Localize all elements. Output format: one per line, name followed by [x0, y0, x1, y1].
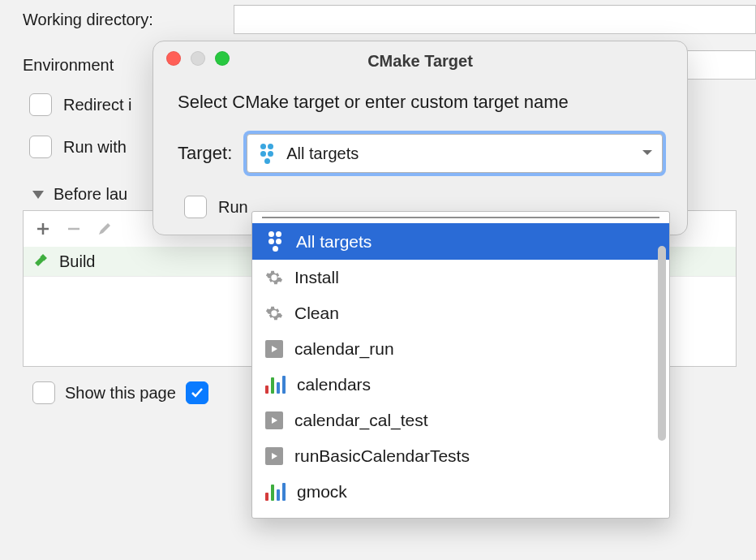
dropdown-item-label: calendar_cal_test	[294, 411, 428, 430]
titlebar: CMake Target	[153, 41, 687, 74]
minimize-icon[interactable]	[191, 51, 205, 66]
dropdown-item-label: Install	[294, 268, 339, 287]
dropdown-search-underline	[262, 217, 659, 218]
dropdown-item[interactable]: All targets	[252, 223, 669, 260]
dialog-prompt: Select CMake target or enter custom targ…	[178, 92, 663, 113]
edit-button[interactable]	[93, 218, 116, 240]
dropdown-item[interactable]: calendar_run	[252, 331, 669, 367]
target-label: Target:	[178, 143, 232, 164]
chevron-down-icon	[32, 191, 44, 199]
scrollbar[interactable]	[658, 246, 666, 441]
remove-button[interactable]	[62, 218, 85, 240]
all-targets-icon	[257, 144, 277, 164]
dialog-title: CMake Target	[153, 45, 687, 71]
dropdown-item-label: gmock	[297, 482, 347, 502]
chevron-down-icon	[641, 144, 654, 163]
dropdown-item[interactable]: Install	[252, 260, 669, 295]
working-directory-input[interactable]	[234, 5, 756, 34]
library-icon	[265, 376, 286, 394]
dropdown-item-label: runBasicCalendarTests	[294, 446, 470, 466]
dropdown-item-label: All targets	[296, 232, 372, 252]
target-value: All targets	[286, 144, 359, 163]
redirect-checkbox[interactable]	[29, 93, 52, 116]
before-launch-title: Before lau	[54, 185, 127, 204]
dropdown-item-label: calendar_run	[294, 339, 394, 359]
hammer-icon	[32, 252, 51, 271]
zoom-icon[interactable]	[215, 51, 230, 66]
show-page-checkbox[interactable]	[32, 381, 55, 404]
dropdown-item[interactable]: calendar_cal_test	[252, 403, 669, 438]
window-controls	[166, 51, 230, 66]
close-icon[interactable]	[166, 51, 181, 66]
activate-checkbox[interactable]	[186, 381, 208, 404]
task-label: Build	[59, 252, 95, 271]
dialog-body: Select CMake target or enter custom targ…	[153, 74, 687, 218]
dropdown-item[interactable]: runBasicCalendarTests	[252, 438, 669, 474]
dropdown-item-label: calendars	[297, 375, 371, 394]
library-icon	[265, 483, 286, 501]
working-directory-label: Working directory:	[23, 11, 234, 29]
all-targets-icon	[265, 231, 285, 252]
dropdown-item-label: Clean	[294, 304, 339, 323]
show-page-label: Show this page	[65, 384, 176, 403]
redirect-label: Redirect i	[63, 96, 131, 114]
add-button[interactable]	[32, 218, 54, 240]
run-with-checkbox[interactable]	[29, 136, 52, 158]
run-checkbox[interactable]	[184, 196, 207, 218]
gear-icon	[265, 269, 283, 286]
gear-icon	[265, 304, 283, 322]
dropdown-item[interactable]: gmock	[252, 474, 669, 510]
cmake-target-dialog: CMake Target Select CMake target or ente…	[152, 41, 688, 235]
run-with-label: Run with	[63, 138, 127, 157]
working-directory-row: Working directory:	[23, 5, 756, 34]
run-label: Run	[218, 198, 248, 217]
target-row: Target: All targets	[178, 134, 663, 173]
executable-icon	[265, 447, 283, 465]
executable-icon	[265, 340, 283, 358]
executable-icon	[265, 411, 283, 429]
dropdown-item[interactable]: calendars	[252, 367, 669, 403]
dropdown-item[interactable]: Clean	[252, 295, 669, 331]
target-dropdown: All targetsInstallCleancalendar_runcalen…	[251, 211, 670, 519]
target-combobox[interactable]: All targets	[247, 134, 663, 173]
